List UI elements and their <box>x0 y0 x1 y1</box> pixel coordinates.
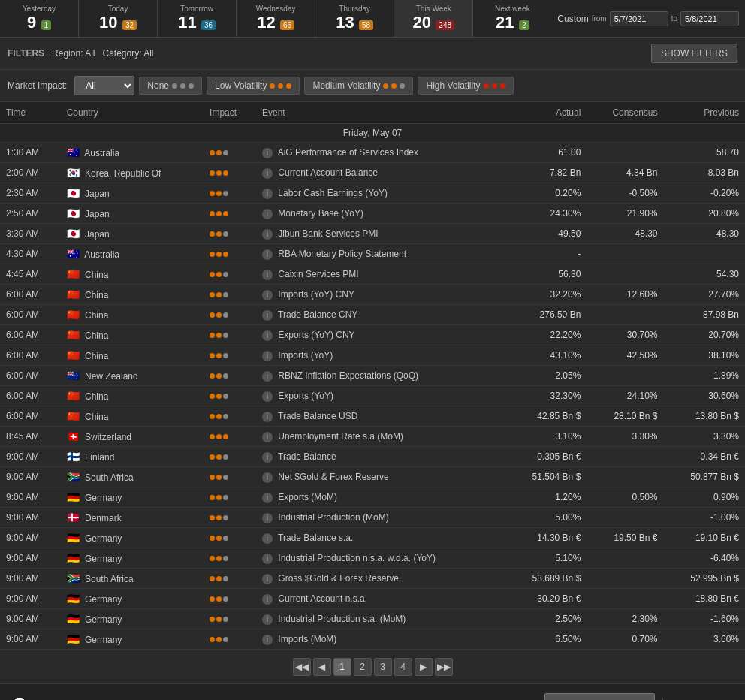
page-3-btn[interactable]: 3 <box>374 658 392 676</box>
page-first-btn[interactable]: ◀◀ <box>293 658 311 676</box>
footer-message: 💬 We would appreciate your inputs about … <box>12 697 537 700</box>
info-icon[interactable]: i <box>262 371 273 382</box>
info-icon[interactable]: i <box>262 391 273 402</box>
impact-dot-2 <box>216 454 222 460</box>
page-2-btn[interactable]: 2 <box>354 658 372 676</box>
cell-country: 🇿🇦 South Africa <box>61 569 204 589</box>
from-date-input[interactable] <box>610 11 668 26</box>
impact-dot-3 <box>223 617 228 622</box>
country-name: Japan <box>85 189 110 199</box>
cell-event: i Trade Balance s.a. <box>256 528 505 548</box>
cell-event: i AiG Performance of Services Index <box>256 143 505 163</box>
country-flag: 🇩🇪 <box>67 593 80 605</box>
cell-previous: -0.34 Bn € <box>663 447 745 467</box>
none-volatility-btn[interactable]: None <box>139 77 202 95</box>
nav-tab-yesterday[interactable]: Yesterday 9 1 <box>0 0 79 37</box>
cell-previous: 38.10% <box>663 345 745 366</box>
cell-impact <box>204 345 256 366</box>
impact-dot-1 <box>210 272 215 277</box>
show-filters-button[interactable]: SHOW FILTERS <box>651 44 737 63</box>
info-icon[interactable]: i <box>262 412 273 422</box>
info-icon[interactable]: i <box>262 229 273 240</box>
impact-select[interactable]: All <box>74 76 134 95</box>
cell-actual: 6.50% <box>505 629 587 650</box>
info-icon[interactable]: i <box>262 574 273 584</box>
nav-tab-thursday[interactable]: Thursday 13 58 <box>315 0 394 37</box>
info-icon[interactable]: i <box>262 168 273 179</box>
high-volatility-btn[interactable]: High Volatility <box>418 77 513 95</box>
info-icon[interactable]: i <box>262 189 273 199</box>
cell-actual: 276.50 Bn <box>505 305 587 325</box>
cell-impact <box>204 325 256 345</box>
info-icon[interactable]: i <box>262 493 273 503</box>
info-icon[interactable]: i <box>262 533 273 544</box>
info-icon[interactable]: i <box>262 432 273 442</box>
country-flag: 🇩🇪 <box>67 491 80 503</box>
nav-tab-nextweek[interactable]: Next week 21 2 <box>473 0 551 37</box>
cell-previous: 1.89% <box>663 366 745 386</box>
nav-tab-thisweek[interactable]: This Week 20 248 <box>394 0 473 37</box>
cell-event: i Current Account Balance <box>256 163 505 183</box>
cell-impact <box>204 609 256 629</box>
event-name: Net $Gold & Forex Reserve <box>278 472 388 482</box>
impact-dots <box>210 211 250 216</box>
cell-actual: 32.30% <box>505 386 587 406</box>
cell-impact <box>204 406 256 427</box>
info-icon[interactable]: i <box>262 270 273 280</box>
table-row: 6:00 AM 🇨🇳 China i Imports (YoY) CNY 32.… <box>0 285 745 305</box>
table-row: 6:00 AM 🇨🇳 China i Exports (YoY) CNY 22.… <box>0 325 745 345</box>
nav-tab-tomorrow[interactable]: Tomorrow 11 36 <box>158 0 237 37</box>
cell-actual: 43.10% <box>505 345 587 366</box>
impact-dot-3 <box>223 333 228 338</box>
info-icon[interactable]: i <box>262 148 273 158</box>
impact-dot-1 <box>210 556 215 561</box>
page-1-btn[interactable]: 1 <box>333 658 351 676</box>
medium-volatility-btn[interactable]: Medium Volatility <box>304 77 413 95</box>
low-volatility-btn[interactable]: Low Volatility <box>207 77 300 95</box>
info-icon[interactable]: i <box>262 554 273 564</box>
cell-actual: 2.05% <box>505 366 587 386</box>
table-row: 4:45 AM 🇨🇳 China i Caixin Services PMI 5… <box>0 264 745 285</box>
info-icon[interactable]: i <box>262 472 273 483</box>
impact-dots <box>210 191 250 196</box>
info-icon[interactable]: i <box>262 614 273 625</box>
nav-tab-today[interactable]: Today 10 32 <box>79 0 158 37</box>
info-icon[interactable]: i <box>262 635 273 645</box>
custom-tab[interactable]: Custom from to <box>551 0 745 37</box>
page-last-btn[interactable]: ▶▶ <box>435 658 453 676</box>
info-icon[interactable]: i <box>262 594 273 605</box>
info-icon[interactable]: i <box>262 351 273 361</box>
region-filter[interactable]: Region: All <box>52 48 95 59</box>
event-name: Industrial Production n.s.a. w.d.a. (YoY… <box>278 553 436 563</box>
tab-badge-wednesday: 66 <box>280 20 294 30</box>
info-icon[interactable]: i <box>262 310 273 321</box>
info-icon[interactable]: i <box>262 452 273 463</box>
info-icon[interactable]: i <box>262 249 273 260</box>
impact-dots <box>210 394 250 399</box>
impact-dot-2 <box>216 576 222 581</box>
cell-country: 🇨🇳 China <box>61 285 204 305</box>
impact-dot-3 <box>223 231 228 237</box>
feedback-button[interactable]: GIVE US FEEDBACK <box>544 693 655 700</box>
none-label: None <box>147 80 169 91</box>
page-4-btn[interactable]: 4 <box>394 658 412 676</box>
page-next-btn[interactable]: ▶ <box>415 658 433 676</box>
info-icon[interactable]: i <box>262 209 273 219</box>
info-icon[interactable]: i <box>262 330 273 341</box>
cell-time: 6:00 AM <box>0 325 61 345</box>
category-filter[interactable]: Category: All <box>102 48 153 59</box>
impact-dot-1 <box>210 312 215 318</box>
info-icon[interactable]: i <box>262 513 273 523</box>
nav-tab-wednesday[interactable]: Wednesday 12 66 <box>237 0 315 37</box>
impact-dot-3 <box>223 536 228 541</box>
cell-previous: 0.90% <box>663 487 745 508</box>
cell-impact <box>204 548 256 569</box>
page-prev-btn[interactable]: ◀ <box>313 658 331 676</box>
impact-dot-2 <box>216 170 222 176</box>
to-date-input[interactable] <box>680 11 739 26</box>
high-dot3 <box>500 83 505 89</box>
table-row: 6:00 AM 🇳🇿 New Zealand i RBNZ Inflation … <box>0 366 745 386</box>
cell-previous: 27.70% <box>663 285 745 305</box>
info-icon[interactable]: i <box>262 290 273 300</box>
cell-event: i Exports (MoM) <box>256 487 505 508</box>
